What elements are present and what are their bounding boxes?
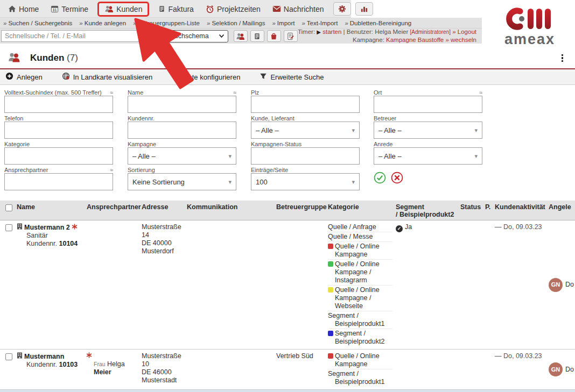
nav-item-termine[interactable]: 31Termine xyxy=(48,3,91,15)
action-landkarte[interactable]: In Landkarte visualisieren xyxy=(62,72,152,82)
gear-icon xyxy=(172,72,180,82)
chart-icon xyxy=(360,5,368,13)
table-row[interactable]: MustermannKundennr. 10103Frau Helga Meie… xyxy=(0,350,575,390)
session-line-1: Timer: ▶ starten | Benutzer: Helga Meier… xyxy=(298,28,476,36)
nav-item-projektzeiten[interactable]: Projektzeiten xyxy=(203,3,263,15)
filter-select-sortierung[interactable]: Keine Sortierung▾ xyxy=(128,173,236,190)
filter-input-volltext[interactable] xyxy=(4,96,113,113)
submenu-item[interactable]: »Betreuergruppen-Liste xyxy=(133,20,200,26)
filter-select-kunde-lieferant[interactable]: – Alle –▾ xyxy=(251,122,360,139)
filter-select-betreuer[interactable]: – Alle –▾ xyxy=(374,122,482,139)
address-cell: Musterstraße14DE 40000Musterdorf xyxy=(140,220,185,349)
quick-button-note-icon[interactable] xyxy=(284,30,298,42)
filter-input-plz[interactable] xyxy=(251,96,360,113)
nav-item-faktura[interactable]: Faktura xyxy=(156,3,196,15)
approx-symbol: ≈ xyxy=(233,89,236,96)
category-item: Quelle / Online Kampagne xyxy=(328,352,392,369)
quick-action-buttons xyxy=(234,30,298,42)
filter-input-kategorie[interactable] xyxy=(4,147,113,165)
app-window: Home31TermineKundenFakturaProjektzeitenN… xyxy=(0,0,575,392)
nav-item-kunden[interactable]: Kunden xyxy=(97,2,149,17)
submenu-item[interactable]: »Suchen / Suchergebnis xyxy=(3,20,72,26)
column-header: Kommunikation xyxy=(185,201,275,220)
row-checkbox[interactable] xyxy=(5,353,12,360)
communication-cell: +49 9454 – 9490542-0+49 9454 – 9490542-9… xyxy=(185,390,275,392)
submenu-item[interactable]: »Text-Import xyxy=(301,20,338,26)
filter-input-name[interactable] xyxy=(128,96,236,113)
search-row: Suchschema Timer: ▶ starten | Benutzer: … xyxy=(0,28,482,44)
nav-item-label: Termine xyxy=(61,5,88,13)
submenu-item[interactable]: »Kunde anlegen xyxy=(79,20,126,26)
filter-field-kundennr: Kundennr. xyxy=(128,113,251,139)
quick-search-input[interactable] xyxy=(1,30,146,42)
filter-field-kampagnen-status: Kampagnen-Status xyxy=(251,139,374,165)
activity-cell: — xyxy=(493,390,547,392)
customer-name-text: Mustermann xyxy=(24,353,64,360)
filter-field-volltext: Volltext-Suchindex (max. 500 Treffer)≈ xyxy=(4,88,128,113)
column-header: Kategorie xyxy=(326,201,394,220)
action-liste-konfigurieren[interactable]: Liste konfigurieren xyxy=(172,72,240,82)
plus-circle-icon xyxy=(5,72,13,82)
quick-button-bag-icon[interactable] xyxy=(267,30,281,42)
activity-cell: — Do, 09.03.23 xyxy=(493,350,547,389)
submenu-item[interactable]: »Dubletten-Bereinigung xyxy=(345,20,411,26)
submenu-item[interactable]: »Selektion / Mailings xyxy=(207,20,265,26)
select-all-checkbox[interactable] xyxy=(5,204,12,211)
filter-input-ort[interactable] xyxy=(374,96,482,113)
contact-cell xyxy=(85,220,140,349)
submenu-item-label: Import xyxy=(277,20,295,26)
nav-item-label: Home xyxy=(19,5,39,13)
row-checkbox-cell xyxy=(0,220,15,349)
nav-item-home[interactable]: Home xyxy=(5,3,41,15)
column-header: Status xyxy=(459,201,483,220)
filter-input-kundennr[interactable] xyxy=(128,122,236,139)
logout-link[interactable]: » Logout xyxy=(452,28,476,35)
chevron-down-icon xyxy=(219,34,225,38)
filter-input-ansprechpartner[interactable] xyxy=(4,173,113,190)
chevron-down-icon: ▾ xyxy=(352,127,355,134)
chevron-down-icon: ▾ xyxy=(474,127,478,134)
category-cell xyxy=(326,390,394,392)
user-label: Benutzer: xyxy=(347,28,373,35)
nav-item-statistik[interactable] xyxy=(355,2,373,16)
reset-filter-button[interactable] xyxy=(391,172,403,191)
category-color-square xyxy=(328,244,333,249)
chevron-sep: » xyxy=(3,20,6,26)
kebab-menu-icon[interactable] xyxy=(557,52,568,65)
filter-select-kampagne[interactable]: – Alle –▾ xyxy=(128,147,236,165)
submenu-item[interactable]: »Import xyxy=(272,20,294,26)
filter-label-row: Kunde, Lieferant xyxy=(251,115,360,122)
quick-button-invoice-icon[interactable] xyxy=(250,30,264,42)
search-schema-select[interactable]: Suchschema xyxy=(166,30,228,42)
filter-input-kampagnen-status[interactable] xyxy=(251,147,360,165)
category-color-square xyxy=(328,331,333,336)
table-row[interactable]: ARANES GmbH & Co. KGFrau Viola Rotttmeie… xyxy=(0,390,575,392)
action-erweiterte-suche[interactable]: Erweiterte Suche xyxy=(260,73,324,82)
approx-symbol: ≈ xyxy=(110,167,113,173)
row-checkbox[interactable] xyxy=(5,224,12,231)
apply-filter-button[interactable] xyxy=(374,172,386,191)
campaign-switch-link[interactable]: » wechseln xyxy=(445,37,476,43)
filter-label: Kundennr. xyxy=(128,115,155,122)
column-header-label: Ansprechpartner xyxy=(87,203,138,211)
filter-select-eintraege-seite[interactable]: 100▾ xyxy=(251,173,360,190)
timer-start-link[interactable]: starten xyxy=(322,28,341,35)
nav-item-einstellungen[interactable] xyxy=(333,2,351,16)
customer-name[interactable]: Mustermann 2 xyxy=(17,223,83,232)
contact-cell: Frau Viola RotttmeierHerr Michael Schmid… xyxy=(85,390,140,392)
customer-number: Kundennr. 10104 xyxy=(17,240,83,248)
filter-select-anrede[interactable]: – Alle –▾ xyxy=(374,147,482,165)
nav-item-nachrichten[interactable]: Nachrichten xyxy=(270,3,327,15)
segment-cell: ✓Ja xyxy=(394,220,459,349)
table-row[interactable]: Mustermann 2 SanitärKundennr. 10104Muste… xyxy=(0,220,575,350)
contact-last-name: Meier xyxy=(94,368,111,376)
customer-name[interactable]: Mustermann xyxy=(17,352,83,361)
action-anlegen[interactable]: Anlegen xyxy=(5,72,43,82)
filter-input-telefon[interactable] xyxy=(4,122,113,139)
user-name: Helga Meier xyxy=(375,28,408,35)
filter-label: Betreuer xyxy=(374,115,396,122)
category-item: Segment / Beispielprodukt2 xyxy=(328,330,392,346)
status-cell xyxy=(459,350,483,389)
quick-button-customers-icon[interactable] xyxy=(234,30,248,42)
submenu-item-label: Dubletten-Bereinigung xyxy=(350,20,411,26)
